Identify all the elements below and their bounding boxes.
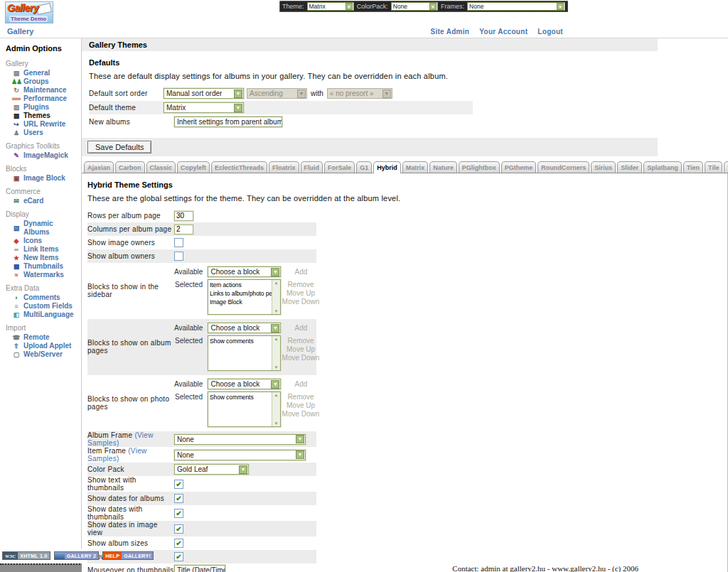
rows-per-page-input[interactable] bbox=[174, 211, 193, 221]
theme-tab[interactable]: Tien bbox=[683, 161, 703, 173]
sidebar-item[interactable]: ▧ Dynamic Albums bbox=[6, 220, 80, 237]
scroll-down-icon[interactable]: ▼ bbox=[274, 365, 279, 369]
show-dates-image-checkbox[interactable] bbox=[174, 524, 183, 534]
show-image-owners-checkbox[interactable] bbox=[174, 238, 183, 247]
theme-tab[interactable]: Fluid bbox=[301, 161, 323, 173]
theme-tab[interactable]: Slider bbox=[617, 161, 642, 173]
theme-tab[interactable]: WordpressEmbedded bbox=[724, 161, 728, 173]
theme-tab[interactable]: EclecticThreads bbox=[211, 161, 267, 173]
scrollbar[interactable]: ▲ ▼ bbox=[272, 392, 280, 426]
frames-select[interactable]: None ▼ bbox=[467, 2, 565, 11]
blocks-album-selected-list[interactable]: Show comments ▲ ▼ bbox=[208, 335, 281, 371]
color-pack-select[interactable]: Gold Leaf ▼ bbox=[174, 464, 249, 475]
scroll-down-icon[interactable]: ▼ bbox=[274, 309, 279, 313]
move-down-link[interactable]: Move Down bbox=[282, 298, 320, 306]
sidebar-item[interactable]: ♟♟ Groups bbox=[6, 77, 80, 86]
theme-tab[interactable]: Floatrix bbox=[269, 161, 299, 173]
theme-tab[interactable]: Sirius bbox=[591, 161, 616, 173]
theme-tab[interactable]: RoundCorners bbox=[537, 161, 589, 173]
theme-tab[interactable]: Classic bbox=[146, 161, 176, 173]
add-block-link[interactable]: Add bbox=[295, 268, 308, 276]
scrollbar[interactable]: ▲ ▼ bbox=[272, 336, 280, 370]
sidebar-item[interactable]: ◧ MultiLanguage bbox=[6, 311, 80, 319]
default-theme-select[interactable]: Matrix ▼ bbox=[164, 102, 244, 113]
sidebar-item[interactable]: ▦ Thumbnails bbox=[6, 262, 80, 271]
theme-tab[interactable]: Tile bbox=[705, 161, 722, 173]
w3c-xhtml-badge[interactable]: W3C XHTML 1.0 bbox=[2, 551, 50, 560]
sidebar-item[interactable]: ↪ URL Rewrite bbox=[6, 120, 80, 129]
sidebar-item[interactable]: »»» Performance bbox=[6, 95, 80, 103]
default-sort-order-select[interactable]: Manual sort order ▼ bbox=[164, 88, 244, 99]
theme-tab[interactable]: Copyleft bbox=[177, 161, 210, 173]
sidebar-item[interactable]: ▥ Plugins bbox=[6, 103, 80, 112]
scrollbar[interactable]: ▲ ▼ bbox=[272, 280, 280, 314]
add-block-link[interactable]: Add bbox=[295, 380, 308, 388]
move-up-link[interactable]: Move Up bbox=[287, 289, 315, 297]
sidebar-item[interactable]: ☎ Remote bbox=[6, 333, 80, 342]
sidebar-item[interactable]: ▩ Themes bbox=[6, 112, 80, 120]
scroll-up-icon[interactable]: ▲ bbox=[274, 337, 279, 341]
blocks-photo-available-select[interactable]: Choose a block ▼ bbox=[208, 379, 281, 389]
gallery2-badge[interactable]: GALLERY 2 bbox=[54, 551, 100, 560]
theme-tab[interactable]: Carbon bbox=[115, 161, 145, 173]
item-frame-select[interactable]: None ▼ bbox=[174, 450, 306, 460]
blocks-album-available-select[interactable]: Choose a block ▼ bbox=[208, 323, 281, 333]
show-dates-thumbs-checkbox[interactable] bbox=[174, 509, 183, 518]
remove-block-link[interactable]: Remove bbox=[287, 337, 314, 345]
sidebar-item[interactable]: ⇧ Upload Applet bbox=[6, 342, 80, 350]
blocks-photo-selected-list[interactable]: Show comments ▲ ▼ bbox=[208, 392, 281, 427]
sidebar-item[interactable]: ◈ Icons bbox=[6, 237, 80, 245]
cols-per-page-input[interactable] bbox=[174, 225, 193, 234]
sidebar-item[interactable]: ✎ ImageMagick bbox=[6, 151, 80, 160]
show-album-owners-checkbox[interactable] bbox=[174, 252, 183, 261]
sidebar-item[interactable]: ∞ Link Items bbox=[6, 245, 80, 254]
list-item[interactable]: Links to album/photo peers bbox=[210, 289, 272, 298]
move-up-link[interactable]: Move Up bbox=[287, 345, 315, 353]
album-frame-select[interactable]: None ▼ bbox=[174, 434, 306, 445]
mouseover-thumbs-select[interactable]: Title (Date/Time) ▼ bbox=[174, 565, 225, 572]
list-item[interactable]: Item actions bbox=[210, 281, 272, 289]
scroll-down-icon[interactable]: ▼ bbox=[274, 421, 279, 426]
save-defaults-button[interactable]: Save Defaults bbox=[87, 141, 151, 153]
sidebar-item[interactable]: ♟ Users bbox=[6, 129, 80, 137]
theme-tab[interactable]: PGlightbox bbox=[459, 161, 500, 173]
scroll-up-icon[interactable]: ▲ bbox=[274, 393, 279, 397]
show-text-thumbs-checkbox[interactable] bbox=[174, 480, 183, 489]
sidebar-item[interactable]: ★ New Items bbox=[6, 254, 80, 262]
theme-tab[interactable]: Splatbang bbox=[643, 161, 682, 173]
list-item[interactable]: Show comments bbox=[210, 393, 272, 401]
breadcrumb[interactable]: Gallery bbox=[7, 27, 33, 36]
sidebar-item[interactable]: ≡ Custom Fields bbox=[6, 302, 80, 311]
list-item[interactable]: Image Block bbox=[210, 298, 272, 306]
theme-tab[interactable]: Ajaxian bbox=[84, 161, 114, 173]
theme-tab[interactable]: Hybrid bbox=[373, 161, 401, 173]
theme-tab[interactable]: Nature bbox=[429, 161, 457, 173]
show-view-counts-checkbox[interactable] bbox=[174, 552, 183, 561]
help-gallery-badge[interactable]: HELP GALLERY! bbox=[102, 551, 154, 560]
new-albums-select[interactable]: Inherit settings from parent album ▼ bbox=[174, 117, 282, 127]
move-down-link[interactable]: Move Down bbox=[282, 410, 320, 418]
scroll-up-icon[interactable]: ▲ bbox=[274, 281, 279, 285]
user-link[interactable]: Site Admin bbox=[430, 28, 469, 36]
sidebar-item[interactable]: ▤ General bbox=[6, 69, 80, 77]
sidebar-item[interactable]: ▢ Web/Server bbox=[6, 350, 80, 359]
colorpack-select[interactable]: None ▼ bbox=[391, 2, 438, 11]
remove-block-link[interactable]: Remove bbox=[287, 281, 314, 288]
blocks-sidebar-selected-list[interactable]: Item actionsLinks to album/photo peersIm… bbox=[208, 279, 281, 315]
sidebar-item[interactable]: ✉ eCard bbox=[6, 197, 80, 205]
user-link[interactable]: Logout bbox=[537, 28, 563, 36]
theme-select[interactable]: Matrix ▼ bbox=[307, 2, 354, 11]
sidebar-item[interactable]: ≈ Watermarks bbox=[6, 271, 80, 279]
remove-block-link[interactable]: Remove bbox=[287, 393, 314, 401]
add-block-link[interactable]: Add bbox=[295, 324, 308, 332]
user-link[interactable]: Your Account bbox=[479, 28, 528, 36]
theme-tab[interactable]: PGtheme bbox=[501, 161, 537, 173]
sidebar-item[interactable]: ↻ Maintenance bbox=[6, 86, 80, 95]
gallery-logo[interactable]: Gallery Theme Demo bbox=[5, 1, 53, 23]
move-up-link[interactable]: Move Up bbox=[287, 401, 315, 409]
blocks-sidebar-available-select[interactable]: Choose a block ▼ bbox=[208, 266, 281, 277]
theme-tab[interactable]: ForSale bbox=[324, 161, 355, 173]
show-album-sizes-checkbox[interactable] bbox=[174, 539, 183, 548]
list-item[interactable]: Show comments bbox=[210, 337, 272, 345]
theme-tab[interactable]: G1 bbox=[356, 161, 372, 173]
